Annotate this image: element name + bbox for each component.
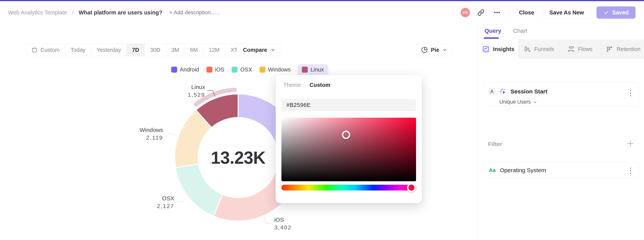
breakdown-property-name: Operating System: [500, 167, 546, 173]
slice-label-osx: OSX: [162, 195, 174, 201]
color-picker-popup: Theme Custom: [276, 75, 422, 203]
metric-options-button[interactable]: [627, 90, 634, 96]
slice-label-linux: Linux: [191, 84, 205, 90]
flows-icon: [567, 46, 574, 53]
tab-funnels[interactable]: Funnels: [519, 40, 559, 59]
breakdown-options-button[interactable]: [627, 168, 634, 174]
tab-insights[interactable]: Insights: [478, 40, 519, 59]
tab-label: Retention: [616, 46, 640, 52]
header: Web Analytics Template / What platform a…: [0, 1, 644, 24]
hue-slider[interactable]: [282, 185, 416, 190]
date-range-label: Today: [70, 47, 86, 53]
tab-query[interactable]: Query: [484, 28, 501, 34]
legend-item-windows[interactable]: Windows: [260, 67, 291, 73]
legend-label: Windows: [268, 67, 291, 73]
date-range-custom[interactable]: Custom: [26, 44, 65, 56]
label-leader-line: [176, 198, 187, 202]
date-range-label: Custom: [40, 47, 60, 53]
slice-value-ios: 3,402: [274, 224, 292, 230]
save-as-new-button[interactable]: Save As New: [543, 6, 590, 19]
label-leader-line: [165, 133, 177, 136]
metric-row: A Session Start: [488, 87, 548, 96]
add-filter-button[interactable]: [626, 139, 634, 148]
compare-button[interactable]: Compare: [237, 44, 281, 56]
chart-type-button[interactable]: Pie: [416, 44, 452, 56]
legend-item-ios[interactable]: iOS: [206, 67, 224, 73]
label-leader-line: [264, 217, 272, 223]
filter-heading: Filter: [488, 141, 502, 147]
tab-label: Flows: [578, 46, 593, 52]
legend-item-android[interactable]: Android: [171, 67, 199, 73]
date-range-label: 3M: [172, 47, 179, 53]
date-range-label: 6M: [190, 47, 198, 53]
color-picker-tabs: Theme Custom: [283, 82, 330, 88]
tab-retention[interactable]: Retention: [600, 40, 644, 59]
right-sidebar: Query Chart InsightsFunnelsFlowsRetentio…: [478, 24, 644, 240]
pie-slice-osx[interactable]: [176, 164, 222, 216]
hex-color-input[interactable]: [282, 99, 416, 111]
date-range-yesterday[interactable]: Yesterday: [91, 44, 126, 56]
legend-swatch: [260, 67, 266, 73]
legend-swatch: [232, 67, 238, 73]
tab-custom[interactable]: Custom: [310, 82, 330, 88]
retention-icon: [606, 46, 613, 53]
date-range-12m[interactable]: 12M: [203, 44, 225, 56]
plus-icon: [626, 140, 634, 147]
page-title[interactable]: What platform are users using?: [79, 10, 162, 16]
add-description-button[interactable]: + Add description......: [169, 10, 220, 16]
chart-legend: AndroidiOSOSXWindowsLinux: [171, 63, 328, 76]
page: Web Analytics Template / What platform a…: [0, 0, 644, 240]
slice-label-windows: Windows: [140, 127, 163, 133]
metric-card[interactable]: A Session Start Unique Users: [484, 82, 639, 107]
active-tab-underline: [484, 37, 499, 39]
legend-label: OSX: [240, 67, 252, 73]
hue-slider-thumb[interactable]: [407, 183, 416, 192]
date-range-label: 30D: [150, 47, 160, 53]
date-range-30d[interactable]: 30D: [145, 44, 166, 56]
color-cursor[interactable]: [342, 131, 350, 139]
chevron-down-icon: [533, 100, 537, 104]
tab-chart[interactable]: Chart: [513, 28, 527, 34]
date-range-3m[interactable]: 3M: [166, 44, 185, 56]
breadcrumb-root[interactable]: Web Analytics Template: [8, 10, 67, 16]
share-link-button[interactable]: [476, 7, 486, 18]
property-type-icon: Aa: [489, 167, 496, 173]
donut-center-total: 13.23K: [211, 148, 266, 167]
sidebar-tabs: Query Chart: [484, 28, 527, 34]
chevron-down-icon: [271, 48, 275, 52]
slice-value-osx: 2,127: [157, 203, 174, 209]
header-actions: VS Close Save As New Saved: [461, 6, 644, 19]
saved-label: Saved: [612, 10, 628, 16]
event-spark-icon: [499, 87, 507, 96]
pie-chart-icon: [421, 47, 428, 53]
aggregation-dropdown[interactable]: Unique Users: [499, 99, 537, 105]
slice-value-linux: 1,529: [188, 92, 205, 98]
date-range-today[interactable]: Today: [65, 44, 91, 56]
legend-swatch: [302, 67, 308, 73]
more-menu-button[interactable]: [492, 7, 502, 18]
chevron-down-icon: [442, 48, 447, 52]
saturation-value-area[interactable]: [282, 118, 416, 181]
legend-item-linux[interactable]: Linux: [298, 64, 328, 75]
tab-label: Funnels: [534, 46, 554, 52]
date-range-6m[interactable]: 6M: [185, 44, 203, 56]
funnels-icon: [524, 46, 531, 53]
insights-icon: [482, 46, 490, 53]
tab-theme[interactable]: Theme: [283, 82, 301, 88]
legend-swatch: [206, 67, 212, 73]
calendar-icon: [32, 47, 37, 53]
breadcrumb-separator: /: [72, 10, 74, 16]
legend-item-osx[interactable]: OSX: [232, 67, 252, 73]
header-divider: [509, 8, 510, 18]
close-button[interactable]: Close: [516, 10, 537, 16]
tab-flows[interactable]: Flows: [559, 40, 600, 59]
saved-button[interactable]: Saved: [596, 6, 636, 19]
date-range-7d[interactable]: 7D: [126, 44, 145, 56]
check-icon: [604, 10, 609, 15]
metric-badge: A: [488, 88, 496, 95]
slice-label-ios: iOS: [274, 216, 284, 223]
compare-label: Compare: [243, 47, 267, 53]
metric-event-name: Session Start: [510, 88, 548, 95]
avatar[interactable]: VS: [461, 8, 470, 17]
breakdown-card[interactable]: Aa Operating System: [484, 162, 639, 178]
